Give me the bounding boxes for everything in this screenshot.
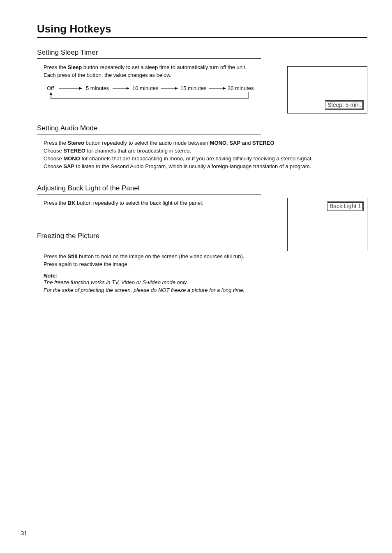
audio-p3: Choose MONO for channels that are broadc… <box>44 155 367 163</box>
page-number: 31 <box>21 530 28 537</box>
bold-stereo2: STEREO <box>63 148 85 154</box>
text: and <box>240 140 252 146</box>
text: for channels that are broadcasting in mo… <box>80 155 313 162</box>
bold-stereo-mode: STEREO <box>252 140 274 146</box>
backlight-osd-badge: Back Light 1 <box>327 201 364 211</box>
text: Press the <box>44 64 68 70</box>
text: Press the <box>44 253 68 259</box>
text: button repeatedly to select the back lig… <box>75 200 203 206</box>
backlight-row: Press the BK button repeatedly to select… <box>37 199 367 251</box>
text: for channels that are broadcasting in st… <box>85 148 191 154</box>
section-heading-audio: Setting Audio Mode <box>37 124 261 134</box>
text: Press the <box>44 200 68 206</box>
audio-body: Press the Stereo button repeatedly to se… <box>44 139 367 170</box>
note-line-1: The freeze function works in TV, Video o… <box>44 279 367 287</box>
note-label: Note: <box>44 273 367 279</box>
text: Press the <box>44 140 68 146</box>
audio-p4: Choose SAP to listen to the Second Audio… <box>44 163 367 171</box>
sleep-left: Press the Sleep button repeatedly to set… <box>37 64 275 109</box>
audio-p2: Choose STEREO for channels that are broa… <box>44 147 367 155</box>
bold-still: Still <box>68 253 78 259</box>
bold-sleep-word: Sleep <box>68 64 82 70</box>
bold-stereo-btn: Stereo <box>68 140 84 146</box>
bold-mono: MONO <box>210 140 226 146</box>
flow-15: 15 minutes <box>180 85 207 91</box>
text: button to hold on the image on the scree… <box>77 253 244 259</box>
flow-10: 10 minutes <box>132 85 159 91</box>
section-heading-sleep: Setting Sleep Timer <box>37 49 261 59</box>
section-heading-backlight: Adjusting Back Light of the Panel <box>37 184 261 194</box>
freeze-p1: Press the Still button to hold on the im… <box>44 253 367 261</box>
text: button repeatedly to select the audio mo… <box>84 140 210 146</box>
note-line-2: For the sake of protecting the screen, p… <box>44 287 367 294</box>
flow-30: 30 minutes <box>228 85 254 91</box>
freeze-body: Press the Still button to hold on the im… <box>44 253 367 268</box>
bold-bk: BK <box>68 200 76 206</box>
sleep-osd-badge: Sleep: 5 min. <box>325 100 364 110</box>
bold-sap: SAP <box>229 140 240 146</box>
freeze-p2: Press again to reactivate the image. <box>44 261 367 268</box>
text: Choose <box>44 155 63 162</box>
sleep-row: Press the Sleep button repeatedly to set… <box>37 64 367 113</box>
backlight-left: Press the BK button repeatedly to select… <box>37 199 275 247</box>
text: Choose <box>44 148 63 154</box>
sleep-intro: Press the Sleep button repeatedly to set… <box>44 64 257 79</box>
sleep-osd-box: Sleep: 5 min. <box>287 66 367 113</box>
flow-svg: Off 5 minutes 10 minutes 15 minutes 30 m… <box>43 84 256 109</box>
page-title: Using Hotkeys <box>37 23 367 38</box>
flow-5: 5 minutes <box>86 85 109 91</box>
sleep-flow-diagram: Off 5 minutes 10 minutes 15 minutes 30 m… <box>43 84 275 109</box>
bold-sap2: SAP <box>63 163 74 169</box>
flow-off: Off <box>47 85 54 91</box>
backlight-body: Press the BK button repeatedly to select… <box>44 199 275 207</box>
backlight-osd-box: Back Light 1 <box>287 198 367 251</box>
document-page: Using Hotkeys Setting Sleep Timer Press … <box>0 0 392 553</box>
audio-p1: Press the Stereo button repeatedly to se… <box>44 139 367 147</box>
bold-mono2: MONO <box>63 155 80 162</box>
text: . <box>274 140 276 146</box>
text: Choose <box>44 163 63 169</box>
text: to listen to the Second Audio Program, w… <box>74 163 311 169</box>
section-heading-freeze: Freezing the Picture <box>37 232 261 242</box>
